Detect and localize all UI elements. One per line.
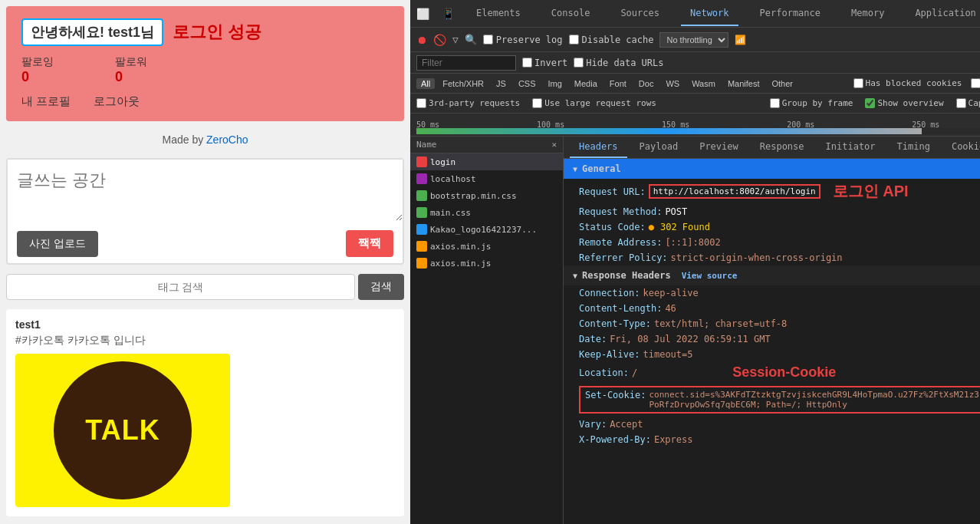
file-item-axios-1[interactable]: axios.min.js (410, 238, 563, 255)
resp-location: Location: / Session-Cookie (564, 362, 980, 383)
type-ws[interactable]: WS (661, 78, 684, 89)
type-css[interactable]: CSS (514, 78, 541, 89)
type-js[interactable]: JS (492, 78, 511, 89)
tab-memory[interactable]: Memory (842, 2, 893, 26)
status-code-value: 302 Found (660, 222, 710, 232)
file-item-localhost[interactable]: localhost (410, 170, 563, 187)
resp-vary: Vary: Accept (564, 417, 980, 432)
timeline-progress-bg (416, 128, 980, 134)
type-other[interactable]: Other (767, 78, 797, 89)
search-button[interactable]: 검색 (358, 274, 404, 300)
write-textarea[interactable] (8, 160, 403, 221)
annotation-login-api: 로그인 API (833, 181, 909, 202)
disable-cache-label[interactable]: Disable cache (569, 35, 654, 45)
tag-search-input[interactable] (6, 274, 355, 300)
request-url-row: Request URL: http://localhost:8002/auth/… (564, 179, 980, 204)
logout-link[interactable]: 로그아웃 (94, 94, 140, 109)
tab-performance[interactable]: Performance (751, 2, 830, 26)
general-section-header[interactable]: ▼ General (564, 159, 980, 179)
invert-checkbox-label[interactable]: Invert (522, 58, 567, 68)
photo-upload-button[interactable]: 사진 업로드 (17, 231, 98, 257)
following-group: 팔로잉 0 (21, 55, 54, 85)
disable-cache-checkbox[interactable] (569, 35, 579, 44)
blocked-requests-label[interactable]: Blocked Requests (971, 78, 980, 88)
has-blocked-label[interactable]: Has blocked cookies (853, 78, 962, 88)
status-code-row: Status Code: ● 302 Found (564, 219, 980, 235)
invert-checkbox[interactable] (522, 58, 532, 68)
headers-tab-timing[interactable]: Timing (888, 137, 939, 158)
tab-sources[interactable]: Sources (611, 2, 669, 26)
headers-tab-response[interactable]: Response (751, 137, 814, 158)
hide-data-urls-label[interactable]: Hide data URLs (574, 58, 663, 68)
headers-tab-cookies[interactable]: Cookies (942, 137, 980, 158)
use-large-label[interactable]: Use large request rows (532, 98, 656, 108)
network-search-icon[interactable]: 🔍 (465, 34, 477, 45)
annotation-session-cookie: Session-Cookie (732, 364, 836, 381)
capture-screenshots-checkbox[interactable] (956, 98, 966, 108)
file-icon-axios-2 (416, 258, 427, 269)
type-doc[interactable]: Doc (634, 78, 659, 89)
use-large-checkbox[interactable] (532, 98, 542, 108)
file-icon-axios-1 (416, 241, 427, 252)
preserve-log-checkbox[interactable] (483, 35, 493, 44)
headers-tab-initiator[interactable]: Initiator (817, 137, 885, 158)
type-wasm[interactable]: Wasm (687, 78, 720, 89)
filter-icon[interactable]: ▽ (452, 34, 459, 45)
close-panel-icon[interactable]: ✕ (551, 140, 557, 150)
filter-bar: Invert Hide data URLs (410, 52, 980, 74)
show-overview-label[interactable]: Show overview (865, 98, 943, 108)
type-media[interactable]: Media (570, 78, 602, 89)
third-party-label[interactable]: 3rd-party requests (416, 98, 520, 108)
file-name-kakao: Kakao_logo16421237... (430, 225, 537, 235)
type-fetch-xhr[interactable]: Fetch/XHR (438, 78, 488, 89)
resp-keep-alive: Keep-Alive: timeout=5 (564, 347, 980, 362)
file-item-login[interactable]: login (410, 153, 563, 170)
file-item-bootstrap[interactable]: bootstrap.min.css (410, 187, 563, 204)
headers-tab-headers[interactable]: Headers (570, 137, 627, 158)
headers-tab-preview[interactable]: Preview (690, 137, 748, 158)
tab-application[interactable]: Application (906, 2, 980, 26)
record-button[interactable]: ⏺ (416, 34, 427, 46)
resp-content-type: Content-Type: text/html; charset=utf-8 (564, 316, 980, 331)
type-manifest[interactable]: Manifest (723, 78, 765, 89)
type-font[interactable]: Font (605, 78, 631, 89)
group-by-frame-label[interactable]: Group by frame (770, 98, 853, 108)
my-profile-link[interactable]: 내 프로필 (21, 94, 71, 109)
file-item-kakao-logo[interactable]: Kakao_logo16421237... (410, 221, 563, 238)
group-by-frame-checkbox[interactable] (770, 98, 780, 108)
request-url-value: http://localhost:8002/auth/login (649, 184, 821, 199)
devtools-icon-device[interactable]: 📱 (442, 8, 455, 20)
made-by-link[interactable]: ZeroCho (206, 133, 248, 146)
submit-button[interactable]: 짹짹 (346, 230, 393, 257)
resp-set-cookie: Set-Cookie: connect.sid=s%3AKFdTZtzktgTz… (564, 383, 980, 417)
third-party-checkbox[interactable] (416, 98, 426, 108)
file-item-main-css[interactable]: main.css (410, 204, 563, 221)
view-source-link[interactable]: View source (682, 271, 738, 281)
preserve-log-label[interactable]: Preserve log (483, 35, 563, 45)
blocked-requests-checkbox[interactable] (971, 78, 980, 88)
clear-button[interactable]: 🚫 (433, 34, 446, 46)
filter-input[interactable] (416, 55, 516, 71)
tab-console[interactable]: Console (542, 2, 600, 26)
devtools-tab-bar: ⬜ 📱 Elements Console Sources Network Per… (410, 0, 980, 28)
show-overview-checkbox[interactable] (865, 98, 875, 108)
following-label: 팔로잉 (21, 55, 54, 69)
headers-tab-payload[interactable]: Payload (630, 137, 688, 158)
throttle-select[interactable]: No throttling (659, 32, 728, 48)
options-bar: 3rd-party requests Use large request row… (410, 94, 980, 114)
type-img[interactable]: Img (544, 78, 567, 89)
devtools-icon-inspect[interactable]: ⬜ (416, 8, 429, 20)
type-all[interactable]: All (416, 78, 435, 89)
tab-elements[interactable]: Elements (467, 2, 530, 26)
search-row: 검색 (6, 274, 404, 300)
hide-data-urls-checkbox[interactable] (574, 58, 584, 68)
set-cookie-value: connect.sid=s%3AKFdTZtzktgTzvjiskcehGR9L… (649, 390, 980, 410)
tab-network[interactable]: Network (681, 2, 738, 26)
kakao-talk-text: TALK (85, 414, 159, 447)
has-blocked-checkbox[interactable] (853, 78, 863, 88)
file-item-axios-2[interactable]: axios.min.js (410, 255, 563, 272)
capture-screenshots-label[interactable]: Capture screenshots (956, 98, 980, 108)
general-triangle: ▼ (573, 165, 577, 173)
resp-content-length: Content-Length: 46 (564, 301, 980, 316)
response-headers-section[interactable]: ▼ Response Headers View source (564, 265, 980, 285)
